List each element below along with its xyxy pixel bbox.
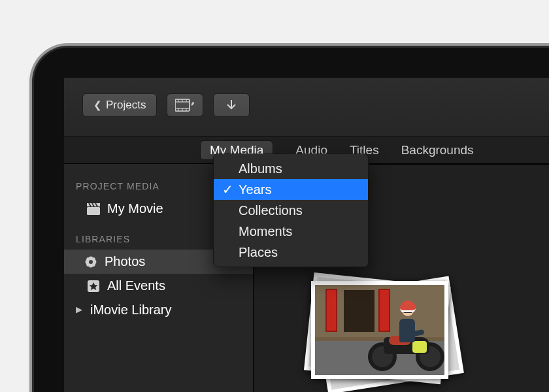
svg-rect-10 bbox=[87, 207, 100, 215]
sidebar-item-label: iMovie Library bbox=[90, 302, 171, 318]
svg-point-23 bbox=[89, 260, 93, 264]
download-icon bbox=[225, 99, 238, 112]
photo-stack-thumbnail[interactable] bbox=[311, 281, 461, 392]
menu-item-label: Moments bbox=[239, 224, 292, 239]
disclosure-triangle-icon[interactable] bbox=[76, 304, 82, 314]
sidebar-item-all-events[interactable]: All Events bbox=[64, 274, 253, 298]
sidebar-item-label: Photos bbox=[105, 254, 145, 269]
toolbar: ❮ Projects bbox=[64, 78, 549, 137]
photos-icon bbox=[84, 255, 98, 269]
chevron-left-icon: ❮ bbox=[93, 99, 102, 111]
menu-item-moments[interactable]: ✓ Moments bbox=[214, 221, 368, 242]
checkmark-icon: ✓ bbox=[222, 182, 233, 197]
menu-item-label: Places bbox=[239, 245, 278, 260]
sidebar-item-label: All Events bbox=[107, 278, 165, 293]
tab-backgrounds[interactable]: Backgrounds bbox=[401, 143, 474, 157]
menu-item-albums[interactable]: ✓ Albums bbox=[214, 158, 368, 179]
import-button[interactable] bbox=[213, 93, 250, 117]
back-projects-button[interactable]: ❮ Projects bbox=[82, 93, 157, 117]
back-label: Projects bbox=[106, 99, 146, 112]
media-button[interactable] bbox=[167, 93, 203, 117]
menu-item-collections[interactable]: ✓ Collections bbox=[214, 200, 368, 221]
menu-item-years[interactable]: ✓ Years bbox=[214, 179, 368, 200]
menu-item-places[interactable]: ✓ Places bbox=[214, 242, 368, 263]
app-window: ❮ Projects bbox=[64, 78, 549, 392]
photo-preview bbox=[315, 285, 444, 375]
clapperboard-icon bbox=[86, 203, 101, 215]
menu-item-label: Years bbox=[239, 182, 271, 197]
sidebar-item-label: My Movie bbox=[107, 201, 163, 216]
sidebar-item-imovie-library[interactable]: iMovie Library bbox=[64, 298, 253, 322]
sort-dropdown-menu: ✓ Albums ✓ Years ✓ Collections ✓ Moments… bbox=[213, 154, 369, 267]
menu-item-label: Albums bbox=[239, 161, 282, 176]
menu-item-label: Collections bbox=[239, 203, 303, 218]
star-icon bbox=[86, 280, 101, 292]
